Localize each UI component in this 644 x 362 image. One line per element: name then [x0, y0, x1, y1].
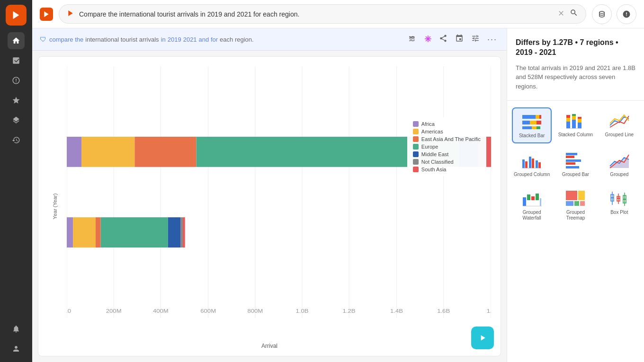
chart-type-stacked-column[interactable]: Stacked Column	[555, 107, 595, 143]
svg-rect-49	[572, 116, 576, 120]
svg-text:600M: 600M	[200, 308, 216, 314]
chart-types-grid: Stacked Bar	[507, 101, 644, 231]
svg-rect-51	[578, 123, 581, 128]
query-display: compare the international tourist arriva…	[49, 36, 254, 43]
svg-rect-37	[536, 115, 539, 119]
chart-type-grouped[interactable]: Grouped	[599, 147, 639, 181]
grouped-column-icon	[520, 151, 543, 170]
legend-label-europe: Europe	[421, 144, 438, 150]
query-word-3: in	[161, 36, 166, 43]
svg-rect-52	[578, 119, 581, 123]
search-input[interactable]	[79, 10, 553, 18]
svg-rect-59	[536, 160, 538, 168]
query-wave-button[interactable]	[406, 32, 419, 46]
svg-rect-79	[580, 201, 585, 206]
svg-rect-50	[572, 114, 576, 116]
svg-text:1.2B: 1.2B	[343, 308, 356, 314]
svg-text:0.0: 0.0	[67, 308, 71, 314]
insight-description: The total arrivals in 2019 and 2021 are …	[516, 63, 635, 91]
topbar-db-button[interactable]	[592, 4, 612, 24]
chart-type-grouped-line[interactable]: Grouped Line	[599, 107, 639, 143]
legend-item-notclassified: Not Classified	[413, 159, 481, 165]
insight-title: Differs by 1.27B • 7 regions • 2019 - 20…	[516, 38, 635, 58]
sidebar-item-notifications[interactable]	[8, 320, 25, 337]
stacked-column-label: Stacked Column	[558, 132, 593, 138]
topbar	[32, 0, 644, 28]
svg-rect-38	[539, 115, 541, 119]
search-container	[59, 4, 586, 24]
legend-color-eastasia	[413, 136, 419, 142]
grouped-treemap-icon	[564, 189, 587, 208]
chart-type-grouped-column[interactable]: Grouped Column	[512, 147, 552, 181]
svg-rect-72	[536, 194, 539, 200]
svg-rect-58	[532, 159, 534, 168]
app-logo[interactable]	[6, 5, 27, 26]
chart-type-box-plot[interactable]: Box Plot	[599, 185, 639, 225]
svg-rect-41	[537, 121, 541, 124]
topbar-logo	[40, 8, 53, 21]
query-pin-button[interactable]	[453, 32, 465, 46]
legend-color-europe	[413, 144, 419, 150]
grouped-icon	[608, 151, 631, 170]
query-settings-button[interactable]	[469, 32, 482, 46]
stacked-column-icon	[564, 111, 587, 130]
legend-item-europe: Europe	[413, 144, 481, 150]
grouped-line-label: Grouped Line	[605, 132, 634, 138]
sidebar-item-analytics[interactable]	[8, 52, 25, 69]
svg-rect-71	[531, 196, 535, 200]
sidebar-item-profile[interactable]	[8, 340, 25, 357]
query-more-button[interactable]: ···	[485, 33, 499, 46]
chart-type-grouped-treemap[interactable]: Grouped Treemap	[555, 185, 595, 225]
query-share-button[interactable]	[437, 32, 449, 46]
svg-rect-17	[67, 217, 73, 247]
sidebar-item-explore[interactable]	[8, 72, 25, 89]
query-asterisk-button[interactable]: ✳	[422, 32, 433, 46]
sidebar	[0, 0, 32, 362]
search-clear-icon[interactable]	[557, 9, 565, 19]
legend-item-eastasia: East Asia And The Pacific	[413, 136, 481, 142]
chart-type-grouped-waterfall[interactable]: Grouped Waterfall	[512, 185, 552, 225]
right-panel: Differs by 1.27B • 7 regions • 2019 - 20…	[507, 28, 644, 362]
legend-color-notclassified	[413, 159, 419, 165]
legend-label-eastasia: East Asia And The Pacific	[421, 136, 481, 142]
query-bar: 🛡 compare the international tourist arri…	[32, 28, 507, 51]
chart-svg: 2019 2021 0.0 200M 400M 600M 800M 1.0B 1…	[67, 66, 491, 318]
sidebar-item-home[interactable]	[8, 32, 25, 49]
grouped-label: Grouped	[610, 172, 628, 177]
svg-rect-47	[566, 115, 570, 118]
svg-rect-36	[522, 115, 536, 119]
topbar-ai-button[interactable]	[617, 4, 636, 24]
play-button[interactable]	[471, 327, 494, 349]
sidebar-item-history[interactable]	[8, 132, 25, 149]
chart-type-stacked-bar[interactable]: Stacked Bar	[512, 107, 552, 143]
sidebar-bottom	[8, 320, 25, 357]
box-plot-label: Box Plot	[610, 210, 628, 215]
sidebar-item-favorites[interactable]	[8, 92, 25, 109]
query-word-6: and for	[199, 36, 218, 43]
search-magnify-icon[interactable]	[570, 9, 578, 19]
chart-legend: Africa Americas East Asia And The Pacifi…	[407, 117, 486, 176]
svg-rect-73	[540, 198, 541, 206]
legend-item-americas: Americas	[413, 129, 481, 134]
content-row: 🛡 compare the international tourist arri…	[32, 28, 644, 362]
main-panel: 🛡 compare the international tourist arri…	[32, 0, 644, 362]
topbar-actions	[592, 4, 636, 24]
grouped-waterfall-label: Grouped Waterfall	[514, 210, 550, 221]
query-word-5: 2021	[183, 36, 197, 43]
legend-color-middleeast	[413, 151, 419, 157]
svg-rect-23	[183, 217, 185, 247]
svg-rect-11	[81, 137, 134, 167]
svg-rect-66	[566, 166, 579, 168]
svg-rect-69	[523, 197, 526, 206]
chart-area: Year (Year)	[38, 56, 501, 356]
legend-item-africa: Africa	[413, 121, 481, 127]
svg-text:1.8: 1.8	[487, 308, 491, 314]
search-logo-icon	[67, 9, 74, 19]
grouped-bar-label: Grouped Bar	[562, 172, 589, 177]
sidebar-item-layers[interactable]	[8, 112, 25, 129]
svg-rect-20	[101, 217, 168, 247]
svg-rect-65	[566, 162, 575, 165]
chart-type-grouped-bar[interactable]: Grouped Bar	[555, 147, 595, 181]
grouped-waterfall-icon	[520, 189, 543, 208]
svg-text:400M: 400M	[153, 308, 169, 314]
